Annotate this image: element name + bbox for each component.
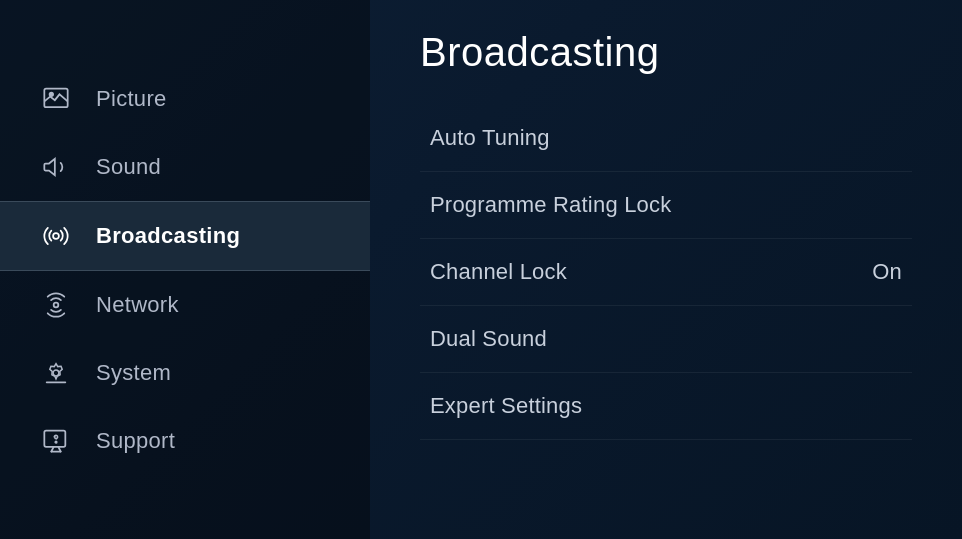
sidebar-item-support-label: Support bbox=[96, 428, 175, 454]
svg-point-7 bbox=[55, 441, 56, 442]
broadcasting-icon bbox=[40, 220, 72, 252]
page-title: Broadcasting bbox=[420, 30, 912, 75]
main-content: Broadcasting Auto Tuning Programme Ratin… bbox=[370, 0, 962, 539]
svg-point-4 bbox=[53, 370, 59, 376]
menu-list: Auto Tuning Programme Rating Lock Channe… bbox=[420, 105, 912, 440]
svg-point-3 bbox=[54, 302, 59, 307]
sidebar-item-broadcasting-label: Broadcasting bbox=[96, 223, 240, 249]
channel-lock-label: Channel Lock bbox=[430, 259, 567, 285]
sidebar-item-sound[interactable]: Sound bbox=[0, 133, 370, 201]
channel-lock-value: On bbox=[872, 259, 902, 285]
picture-icon bbox=[40, 83, 72, 115]
sidebar-item-network-label: Network bbox=[96, 292, 179, 318]
app-container: Picture Sound B bbox=[0, 0, 962, 539]
menu-item-programme-rating-lock[interactable]: Programme Rating Lock bbox=[420, 172, 912, 239]
sidebar-item-broadcasting[interactable]: Broadcasting bbox=[0, 201, 370, 271]
svg-point-1 bbox=[50, 92, 54, 96]
sidebar-item-system-label: System bbox=[96, 360, 171, 386]
auto-tuning-label: Auto Tuning bbox=[430, 125, 550, 151]
sidebar-item-picture-label: Picture bbox=[96, 86, 167, 112]
expert-settings-label: Expert Settings bbox=[430, 393, 582, 419]
programme-rating-lock-label: Programme Rating Lock bbox=[430, 192, 671, 218]
sidebar-item-system[interactable]: System bbox=[0, 339, 370, 407]
support-icon bbox=[40, 425, 72, 457]
sidebar: Picture Sound B bbox=[0, 0, 370, 539]
menu-item-expert-settings[interactable]: Expert Settings bbox=[420, 373, 912, 440]
svg-point-2 bbox=[53, 233, 59, 239]
sound-icon bbox=[40, 151, 72, 183]
menu-item-dual-sound[interactable]: Dual Sound bbox=[420, 306, 912, 373]
sidebar-item-sound-label: Sound bbox=[96, 154, 161, 180]
system-icon bbox=[40, 357, 72, 389]
dual-sound-label: Dual Sound bbox=[430, 326, 547, 352]
sidebar-item-support[interactable]: Support bbox=[0, 407, 370, 475]
menu-item-auto-tuning[interactable]: Auto Tuning bbox=[420, 105, 912, 172]
network-icon bbox=[40, 289, 72, 321]
menu-item-channel-lock[interactable]: Channel Lock On bbox=[420, 239, 912, 306]
sidebar-item-network[interactable]: Network bbox=[0, 271, 370, 339]
sidebar-item-picture[interactable]: Picture bbox=[0, 65, 370, 133]
